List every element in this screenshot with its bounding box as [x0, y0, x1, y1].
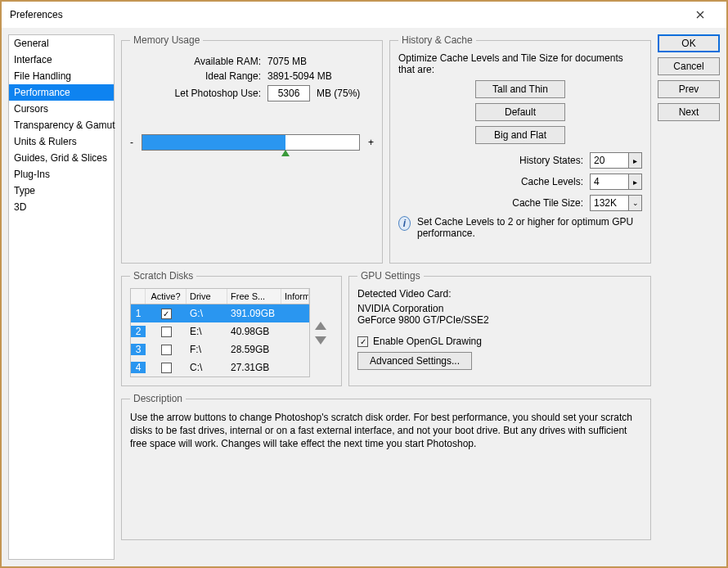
gpu-settings-group: GPU Settings Detected Video Card: NVIDIA…: [348, 270, 651, 386]
history-states-label: History States:: [519, 155, 583, 166]
detected-card-label: Detected Video Card:: [357, 288, 642, 300]
sidebar-item-file-handling[interactable]: File Handling: [9, 68, 114, 84]
description-group: Description Use the arrow buttons to cha…: [121, 393, 651, 540]
cache-levels-label: Cache Levels:: [521, 176, 583, 187]
ideal-range-value: 3891-5094 MB: [267, 70, 332, 82]
info-icon: i: [398, 216, 411, 231]
move-up-button[interactable]: [315, 322, 326, 330]
chevron-down-icon[interactable]: ⌄: [629, 195, 642, 211]
cache-info-text: Set Cache Levels to 2 or higher for opti…: [417, 216, 642, 239]
col-info[interactable]: Informat...: [281, 289, 309, 304]
close-icon: [696, 11, 704, 19]
prev-button[interactable]: Prev: [658, 80, 720, 98]
history-legend: History & Cache: [398, 34, 476, 46]
sidebar-item-general[interactable]: General: [9, 35, 114, 52]
next-button[interactable]: Next: [658, 103, 720, 121]
memory-slider[interactable]: [142, 134, 360, 151]
history-states-stepper[interactable]: ▸: [590, 152, 642, 169]
col-active[interactable]: Active?: [146, 289, 186, 304]
table-row[interactable]: 4C:\27.31GB: [131, 358, 309, 376]
close-button[interactable]: [682, 2, 718, 27]
enable-opengl-label: Enable OpenGL Drawing: [373, 336, 482, 347]
table-header: Active? Drive Free S... Informat...: [131, 289, 309, 304]
row-drive: G:\: [186, 308, 227, 319]
table-row[interactable]: 1✓G:\391.09GB: [131, 304, 309, 322]
sidebar-item-type[interactable]: Type: [9, 183, 114, 199]
row-drive: E:\: [186, 326, 227, 337]
gpu-vendor: NVIDIA Corporation: [357, 303, 642, 314]
row-free: 27.31GB: [227, 362, 281, 373]
row-active-checkbox[interactable]: [146, 327, 186, 337]
ok-button[interactable]: OK: [658, 34, 720, 52]
cache-tile-value[interactable]: [590, 195, 629, 211]
row-free: 28.59GB: [227, 344, 281, 355]
move-down-button[interactable]: [315, 336, 326, 345]
preferences-window: Preferences GeneralInterfaceFile Handlin…: [0, 0, 728, 568]
memory-slider-fill: [142, 135, 285, 150]
titlebar: Preferences: [2, 2, 726, 28]
sidebar-item-transparency-gamut[interactable]: Transparency & Gamut: [9, 117, 114, 133]
sidebar-item-cursors[interactable]: Cursors: [9, 101, 114, 117]
table-row[interactable]: 2E:\40.98GB: [131, 322, 309, 340]
preset-big-flat-button[interactable]: Big and Flat: [475, 126, 565, 144]
history-cache-group: History & Cache Optimize Cache Levels an…: [389, 34, 651, 264]
row-index: 3: [131, 344, 146, 355]
enable-opengl-checkbox[interactable]: ✓: [357, 336, 368, 347]
row-active-checkbox[interactable]: ✓: [146, 309, 186, 319]
col-drive[interactable]: Drive: [186, 289, 227, 304]
cache-tile-combo[interactable]: ⌄: [590, 195, 642, 211]
photoshop-use-label: Let Photoshop Use:: [130, 88, 261, 99]
scratch-disks-table[interactable]: Active? Drive Free S... Informat... 1✓G:…: [130, 288, 310, 377]
ideal-range-label: Ideal Range:: [130, 70, 261, 82]
history-states-input[interactable]: [590, 152, 629, 169]
scratch-disks-group: Scratch Disks Active? Drive Free S... In…: [121, 270, 342, 386]
photoshop-use-input[interactable]: [267, 85, 310, 101]
row-index: 4: [131, 362, 146, 373]
cancel-button[interactable]: Cancel: [658, 57, 720, 75]
memory-legend: Memory Usage: [130, 34, 203, 46]
sidebar-item-interface[interactable]: Interface: [9, 52, 114, 68]
slider-plus: +: [368, 137, 374, 148]
available-ram-value: 7075 MB: [267, 56, 307, 67]
description-text: Use the arrow buttons to change Photosho…: [130, 411, 642, 451]
cache-levels-input[interactable]: [590, 174, 629, 190]
table-row[interactable]: 3F:\28.59GB: [131, 340, 309, 358]
cache-levels-stepper[interactable]: ▸: [590, 174, 642, 190]
scratch-legend: Scratch Disks: [130, 270, 196, 282]
advanced-settings-button[interactable]: Advanced Settings...: [357, 352, 472, 370]
sidebar-item-units-rulers[interactable]: Units & Rulers: [9, 133, 114, 150]
row-active-checkbox[interactable]: [146, 345, 186, 355]
history-states-increment[interactable]: ▸: [629, 152, 642, 169]
optimize-text: Optimize Cache Levels and Tile Size for …: [398, 52, 642, 75]
sidebar-item-plug-ins[interactable]: Plug-Ins: [9, 166, 114, 183]
col-free[interactable]: Free S...: [227, 289, 281, 304]
photoshop-use-suffix: MB (75%): [317, 88, 360, 99]
sidebar-item-guides-grid-slices[interactable]: Guides, Grid & Slices: [9, 150, 114, 166]
preset-tall-thin-button[interactable]: Tall and Thin: [475, 80, 565, 98]
row-index: 1: [131, 308, 146, 319]
memory-slider-thumb[interactable]: [281, 150, 290, 156]
row-active-checkbox[interactable]: [146, 363, 186, 373]
preset-default-button[interactable]: Default: [475, 103, 565, 121]
row-free: 40.98GB: [227, 326, 281, 337]
row-drive: F:\: [186, 344, 227, 355]
cache-levels-increment[interactable]: ▸: [629, 174, 642, 190]
window-title: Preferences: [10, 9, 682, 20]
sidebar-item-3d[interactable]: 3D: [9, 199, 114, 215]
gpu-model: GeForce 9800 GT/PCIe/SSE2: [357, 314, 642, 326]
slider-minus: -: [130, 137, 133, 148]
sidebar-item-performance[interactable]: Performance: [9, 84, 114, 101]
row-free: 391.09GB: [227, 308, 281, 319]
available-ram-label: Available RAM:: [130, 56, 261, 67]
cache-tile-label: Cache Tile Size:: [512, 197, 583, 209]
memory-usage-group: Memory Usage Available RAM: 7075 MB Idea…: [121, 34, 383, 264]
gpu-legend: GPU Settings: [357, 270, 424, 282]
row-index: 2: [131, 326, 146, 337]
category-sidebar[interactable]: GeneralInterfaceFile HandlingPerformance…: [8, 34, 115, 560]
row-drive: C:\: [186, 362, 227, 373]
description-legend: Description: [130, 393, 186, 404]
